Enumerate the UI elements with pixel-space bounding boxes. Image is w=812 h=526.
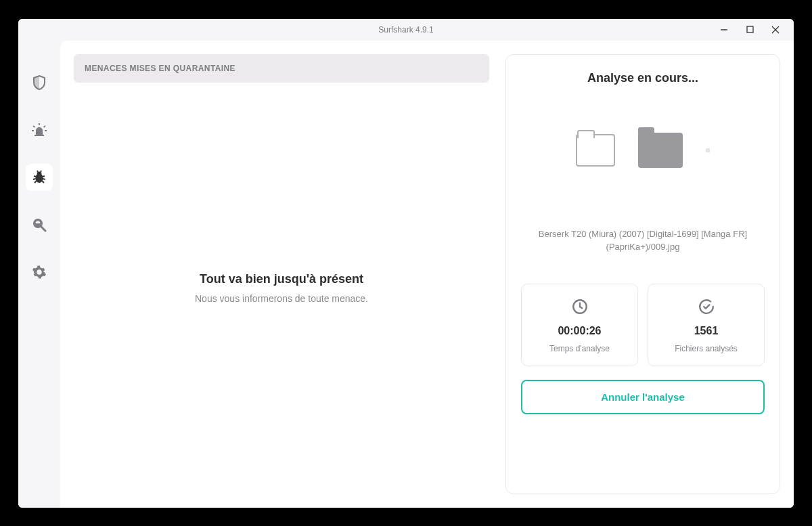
scan-title: Analyse en cours... xyxy=(521,71,765,85)
stat-card-time: 00:00:26 Temps d'analyse xyxy=(521,284,638,366)
gear-icon xyxy=(32,265,47,280)
cancel-scan-button[interactable]: Annuler l'analyse xyxy=(521,380,765,414)
svg-rect-1 xyxy=(747,26,753,32)
close-icon xyxy=(771,26,780,34)
main-content: MENACES MISES EN QUARANTAINE Tout va bie… xyxy=(60,41,794,508)
status-center: Tout va bien jusqu'à présent Nous vous i… xyxy=(74,83,489,494)
window-body: MENACES MISES EN QUARANTAINE Tout va bie… xyxy=(18,41,794,508)
status-title: Tout va bien jusqu'à présent xyxy=(200,272,363,286)
scan-illustration xyxy=(521,123,765,177)
svg-line-6 xyxy=(33,126,35,127)
stat-files-value: 1561 xyxy=(694,325,719,337)
maximize-button[interactable] xyxy=(737,20,763,40)
stat-card-files: 1561 Fichiers analysés xyxy=(648,284,765,366)
sidebar-item-settings[interactable] xyxy=(26,259,53,286)
scan-panel: Analyse en cours... Berserk T20 (Miura) … xyxy=(505,54,780,494)
stat-time-label: Temps d'analyse xyxy=(549,344,610,353)
scan-stats: 00:00:26 Temps d'analyse 1561 Fichiers a… xyxy=(521,284,765,366)
window-controls xyxy=(711,19,788,41)
svg-line-19 xyxy=(41,171,41,172)
svg-line-12 xyxy=(34,176,36,177)
folder-solid-icon xyxy=(638,133,683,168)
quarantine-header: MENACES MISES EN QUARANTAINE xyxy=(74,54,489,83)
status-subtitle: Nous vous informerons de toute menace. xyxy=(195,293,368,304)
scan-current-file: Berserk T20 (Miura) (2007) [Digital-1699… xyxy=(521,227,765,254)
shield-icon xyxy=(32,74,47,91)
svg-line-17 xyxy=(42,181,44,183)
stat-files-label: Fichiers analysés xyxy=(675,344,738,353)
svg-line-21 xyxy=(42,227,46,231)
svg-line-14 xyxy=(33,179,36,179)
svg-line-13 xyxy=(43,176,45,177)
titlebar: Surfshark 4.9.1 xyxy=(18,19,794,41)
folder-dot-icon xyxy=(706,148,710,152)
quarantine-pane: MENACES MISES EN QUARANTAINE Tout va bie… xyxy=(74,54,489,494)
window-title: Surfshark 4.9.1 xyxy=(378,25,433,35)
sidebar-item-alert[interactable] xyxy=(26,116,53,144)
check-circle-icon xyxy=(698,298,715,318)
svg-rect-4 xyxy=(35,135,44,136)
minimize-button[interactable] xyxy=(711,20,737,40)
minimize-icon xyxy=(720,26,728,34)
app-window: Surfshark 4.9.1 xyxy=(18,19,794,508)
svg-line-15 xyxy=(43,179,45,179)
svg-point-11 xyxy=(37,171,42,175)
svg-line-7 xyxy=(44,126,46,127)
sidebar xyxy=(18,41,60,508)
search-icon xyxy=(32,217,47,232)
folder-outline-icon xyxy=(576,134,615,167)
clock-icon xyxy=(571,298,589,318)
svg-line-16 xyxy=(35,181,37,183)
stat-time-value: 00:00:26 xyxy=(558,325,601,337)
sidebar-item-search[interactable] xyxy=(26,211,53,238)
sidebar-item-vpn[interactable] xyxy=(26,69,53,96)
siren-icon xyxy=(31,123,47,137)
bug-icon xyxy=(31,169,47,185)
close-button[interactable] xyxy=(763,20,788,40)
sidebar-item-antivirus[interactable] xyxy=(26,164,53,191)
maximize-icon xyxy=(746,26,754,33)
svg-line-18 xyxy=(37,171,38,172)
